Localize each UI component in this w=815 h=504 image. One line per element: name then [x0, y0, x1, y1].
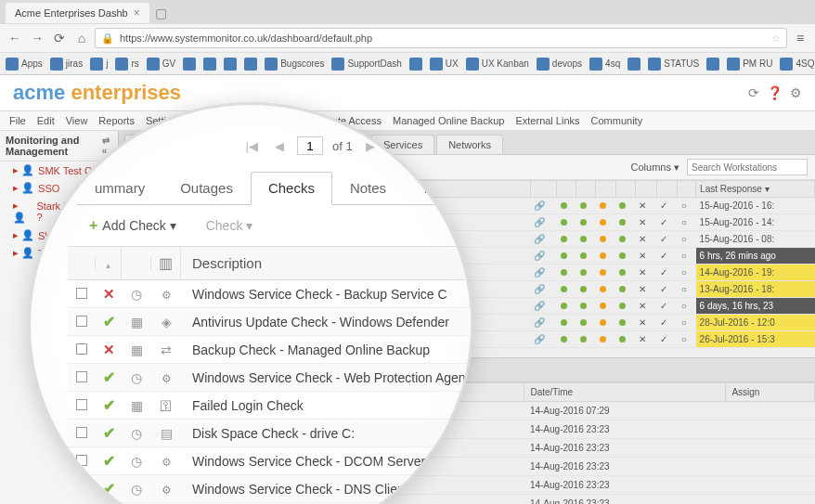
bookmark-item[interactable] [409, 58, 422, 71]
url-input[interactable]: 🔒 https://www.systemmonitor.co.uk/dashbo… [95, 28, 787, 48]
header-checkbox-col [68, 256, 96, 271]
detail-column-header[interactable]: Date/Time [524, 383, 726, 402]
bookmark-item[interactable]: UX Kanban [466, 58, 529, 71]
bookmark-item[interactable]: Apps [6, 58, 43, 71]
menu-item[interactable]: Managed Online Backup [393, 115, 504, 126]
header-status-col[interactable] [96, 248, 122, 279]
ws-column-header[interactable] [596, 181, 615, 198]
pager-next-icon[interactable]: ▶ [362, 139, 379, 153]
key-icon [160, 398, 173, 413]
url-text: https://www.systemmonitor.co.uk/dashboar… [120, 32, 372, 44]
ws-column-header[interactable] [557, 181, 576, 198]
browser-chrome: Acme Enterprises Dashb × ▢ ← → ⟳ ⌂ 🔒 htt… [0, 0, 815, 75]
bookmark-item[interactable]: Bugscores [265, 58, 324, 71]
row-checkbox[interactable] [76, 316, 87, 327]
bookmark-item[interactable]: 4sq [589, 58, 620, 71]
check-row[interactable]: ✕Backup Check - Managed Online Backup [68, 336, 471, 364]
bookmark-item[interactable] [706, 58, 719, 71]
check-row[interactable]: ✕Windows Service Check - Backup Service … [68, 280, 471, 308]
bookmark-item[interactable]: GV [147, 58, 175, 71]
pager-page-input[interactable] [297, 136, 323, 155]
reload-button[interactable]: ⟳ [50, 29, 69, 47]
check-row[interactable]: ✔Failed Login Check [68, 392, 471, 420]
bookmark-item[interactable] [224, 58, 237, 71]
back-button[interactable]: ← [6, 29, 24, 47]
pager-first-icon[interactable]: |◀ [242, 139, 262, 153]
bookmark-item[interactable]: devops [537, 58, 582, 71]
status-fail-icon: ✕ [103, 286, 115, 302]
cal-icon [131, 315, 143, 330]
row-checkbox[interactable] [76, 427, 87, 438]
clock-icon [131, 426, 142, 441]
bookmark-item[interactable]: 4SQ [780, 58, 814, 71]
check-row[interactable]: ✔Windows Service Check - Web Protection … [68, 364, 471, 392]
search-input[interactable] [687, 159, 808, 175]
bookmark-item[interactable]: jiras [50, 58, 83, 71]
bookmark-item[interactable]: PM RU [727, 58, 772, 71]
row-checkbox[interactable] [76, 371, 87, 382]
view-tab[interactable]: Networks [436, 135, 503, 154]
row-checkbox[interactable] [76, 343, 87, 355]
left-panel-title: Monitoring and Management ⇄ « [0, 131, 118, 162]
bookmark-item[interactable]: UX [430, 58, 459, 71]
forward-button[interactable]: → [28, 29, 46, 47]
ws-column-header[interactable]: Last Response ▾ [696, 181, 815, 198]
browser-tab[interactable]: Acme Enterprises Dashb × [6, 3, 149, 23]
detail-column-header[interactable]: Assign [726, 383, 815, 402]
menu-item[interactable]: View [66, 115, 88, 126]
checks-tab[interactable]: ummary [77, 172, 162, 204]
menu-item[interactable]: File [9, 115, 26, 126]
bookmark-item[interactable]: j [90, 58, 108, 71]
add-check-button[interactable]: + Add Check ▾ [79, 213, 187, 239]
check-dropdown[interactable]: Check ▾ [196, 213, 264, 238]
checks-tab[interactable]: Outages [162, 172, 251, 204]
bookmark-item[interactable]: SupportDash [331, 58, 401, 71]
check-row[interactable]: ✔Windows Service Check - DCOM Server Pro… [68, 447, 471, 475]
pager-of-label: of 1 [332, 139, 353, 153]
ws-column-header[interactable] [576, 181, 596, 198]
bookmark-item[interactable] [203, 58, 216, 71]
check-row[interactable]: ✔Disk Space Check - drive C: [68, 420, 471, 447]
check-description: Backup Check - Managed Online Backup [181, 342, 471, 357]
menu-bar: FileEditViewReportsSettingsMail Template… [0, 111, 815, 131]
check-row[interactable]: ✔Antivirus Update Check - Windows Defend… [68, 308, 471, 336]
home-button[interactable]: ⌂ [72, 29, 91, 47]
refresh-icon[interactable]: ⟳ [748, 85, 759, 100]
checks-table-header: Description [68, 247, 471, 280]
star-icon[interactable]: ☆ [771, 32, 781, 45]
help-icon[interactable]: ❓ [767, 85, 783, 100]
checks-tab[interactable]: Notes [332, 172, 404, 204]
ws-column-header[interactable] [656, 181, 678, 198]
menu-item[interactable]: Community [591, 115, 643, 126]
menu-icon[interactable]: ≡ [791, 29, 809, 47]
row-checkbox[interactable] [76, 288, 87, 299]
status-ok-icon: ✔ [103, 369, 115, 385]
bookmark-item[interactable] [183, 58, 196, 71]
header-type-col[interactable] [151, 247, 181, 279]
bookmark-item[interactable]: rs [115, 58, 138, 71]
pager-prev-icon[interactable]: ◀ [271, 139, 288, 153]
checks-tab[interactable]: Checks [251, 172, 332, 205]
ws-column-header[interactable] [615, 181, 635, 198]
bookmark-item[interactable] [627, 58, 640, 71]
ws-column-header[interactable] [635, 181, 656, 198]
menu-item[interactable]: Reports [98, 115, 135, 126]
header-schedule-col[interactable] [122, 256, 151, 271]
checks-panel-tabs: ummaryOutagesChecksNotesTas [77, 172, 471, 205]
settings-icon[interactable]: ⚙ [790, 85, 802, 100]
check-description: Antivirus Update Check - Windows Defende… [181, 315, 471, 330]
row-checkbox[interactable] [76, 399, 87, 410]
ws-column-header[interactable] [678, 181, 696, 198]
close-icon[interactable]: × [134, 6, 140, 19]
columns-button[interactable]: Columns ▾ [631, 162, 679, 174]
bookmark-item[interactable] [244, 58, 257, 71]
header-description-col[interactable]: Description [181, 248, 471, 278]
row-checkbox[interactable] [76, 455, 87, 466]
new-tab-button[interactable]: ▢ [155, 6, 167, 20]
ws-column-header[interactable] [530, 181, 556, 198]
menu-item[interactable]: Edit [37, 115, 55, 126]
bookmark-item[interactable]: STATUS [648, 58, 699, 71]
menu-item[interactable]: External Links [515, 115, 579, 126]
plus-icon: + [89, 217, 97, 234]
check-description: Disk Space Check - drive C: [181, 426, 471, 441]
